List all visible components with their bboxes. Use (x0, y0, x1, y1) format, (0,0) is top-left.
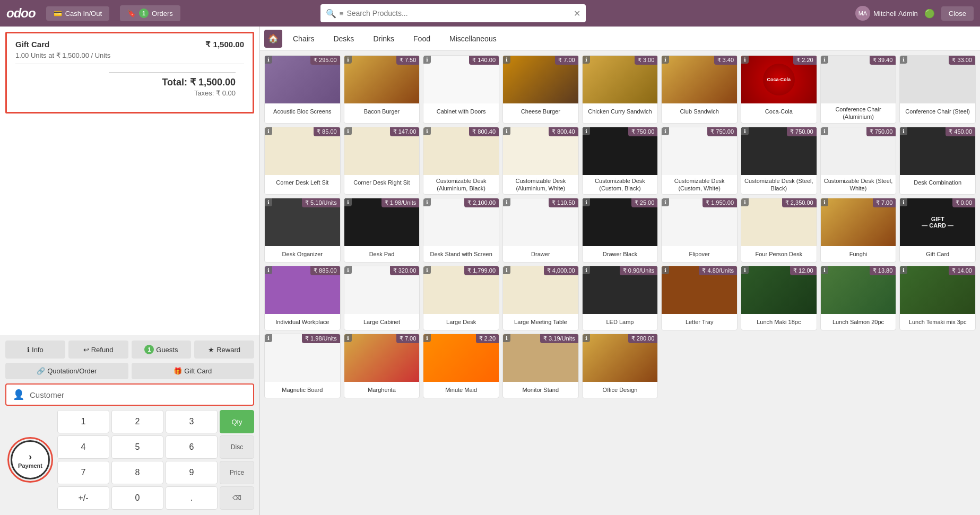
product-info-badge[interactable]: ℹ (741, 198, 749, 206)
numpad-5[interactable]: 5 (111, 435, 163, 459)
product-card[interactable]: ℹ₹ 885.00Individual Workplace (264, 266, 341, 330)
product-card[interactable]: ℹ₹ 7.00Funghi (820, 198, 897, 263)
product-info-badge[interactable]: ℹ (821, 266, 828, 274)
product-card[interactable]: ℹ₹ 25.00Drawer Black (582, 198, 658, 263)
disc-button[interactable]: Disc (220, 435, 254, 459)
product-card[interactable]: ℹ₹ 1,799.00Large Desk (423, 266, 499, 330)
product-info-badge[interactable]: ℹ (344, 334, 352, 342)
numpad-8[interactable]: 8 (111, 461, 163, 484)
clear-search-icon[interactable]: ✕ (574, 8, 580, 19)
qty-button[interactable]: Qty (220, 410, 254, 433)
product-info-badge[interactable]: ℹ (423, 334, 431, 342)
product-card[interactable]: ℹ₹ 3.19/UnitsMonitor Stand (502, 334, 579, 398)
product-info-badge[interactable]: ℹ (583, 56, 590, 64)
product-info-badge[interactable]: ℹ (583, 127, 590, 135)
product-info-badge[interactable]: ℹ (583, 198, 590, 206)
product-card[interactable]: ℹ₹ 3.00Chicken Curry Sandwich (582, 55, 658, 124)
tab-chairs[interactable]: Chairs (284, 31, 323, 46)
product-info-badge[interactable]: ℹ (423, 56, 431, 64)
product-info-badge[interactable]: ℹ (503, 198, 510, 206)
product-card[interactable]: ℹ₹ 14.00Lunch Temaki mix 3pc (899, 266, 976, 330)
info-button[interactable]: ℹ Info (5, 341, 65, 359)
product-info-badge[interactable]: ℹ (741, 266, 749, 274)
product-info-badge[interactable]: ℹ (662, 198, 669, 206)
product-card[interactable]: ℹ₹ 800.40Customizable Desk (Aluminium, W… (502, 127, 579, 195)
product-info-badge[interactable]: ℹ (900, 56, 907, 64)
product-card[interactable]: ℹ₹ 3.40Club Sandwich (661, 55, 738, 124)
product-info-badge[interactable]: ℹ (503, 56, 510, 64)
numpad-3[interactable]: 3 (166, 410, 218, 433)
guests-button[interactable]: 1 Guests (132, 341, 192, 359)
numpad-4[interactable]: 4 (57, 435, 109, 459)
product-card[interactable]: ℹ₹ 2,100.00Desk Stand with Screen (423, 198, 499, 263)
numpad-dot[interactable]: . (166, 486, 218, 510)
product-info-badge[interactable]: ℹ (423, 266, 431, 274)
tab-drinks[interactable]: Drinks (365, 31, 403, 46)
product-info-badge[interactable]: ℹ (503, 334, 510, 342)
product-card[interactable]: ℹ₹ 750.00Customizable Desk (Custom, Blac… (582, 127, 658, 195)
product-card[interactable]: ℹ₹ 7.00Cheese Burger (502, 55, 579, 124)
product-card[interactable]: Coca-Colaℹ₹ 2.20Coca-Cola (741, 55, 817, 124)
product-info-badge[interactable]: ℹ (265, 56, 272, 64)
product-card[interactable]: ℹ₹ 800.40Customizable Desk (Aluminium, B… (423, 127, 499, 195)
numpad-2[interactable]: 2 (111, 410, 163, 433)
product-info-badge[interactable]: ℹ (265, 334, 272, 342)
product-info-badge[interactable]: ℹ (821, 127, 828, 135)
backspace-button[interactable]: ⌫ (220, 486, 254, 510)
product-info-badge[interactable]: ℹ (583, 334, 590, 342)
product-info-badge[interactable]: ℹ (821, 198, 828, 206)
product-card[interactable]: ℹ₹ 750.00Customizable Desk (Steel, White… (820, 127, 897, 195)
product-info-badge[interactable]: ℹ (265, 266, 272, 274)
quotation-button[interactable]: 🔗 Quotation/Order (5, 363, 128, 379)
numpad-7[interactable]: 7 (57, 461, 109, 484)
refund-button[interactable]: ↩ Refund (68, 341, 128, 359)
order-item[interactable]: Gift Card ₹ 1,500.00 1.00 Units at ₹ 1,5… (5, 32, 254, 114)
product-info-badge[interactable]: ℹ (900, 266, 907, 274)
product-info-badge[interactable]: ℹ (503, 266, 510, 274)
tab-desks[interactable]: Desks (325, 31, 362, 46)
product-info-badge[interactable]: ℹ (503, 127, 510, 135)
search-input[interactable] (346, 9, 570, 18)
product-card[interactable]: ℹ₹ 85.00Corner Desk Left Sit (264, 127, 341, 195)
product-info-badge[interactable]: ℹ (662, 56, 669, 64)
tab-miscellaneous[interactable]: Miscellaneous (441, 31, 505, 46)
numpad-0[interactable]: 0 (111, 486, 163, 510)
product-card[interactable]: ℹ₹ 2.20Minute Maid (423, 334, 499, 398)
reward-button[interactable]: ★ Reward (194, 341, 254, 359)
home-tab[interactable]: 🏠 (264, 30, 282, 48)
numpad-1[interactable]: 1 (57, 410, 109, 433)
product-info-badge[interactable]: ℹ (662, 266, 669, 274)
customer-field[interactable]: 👤 Customer (5, 383, 254, 406)
product-card[interactable]: ℹ₹ 2,350.00Four Person Desk (741, 198, 817, 263)
orders-button[interactable]: 🔖 1 Orders (120, 5, 180, 21)
product-card[interactable]: ℹ₹ 5.10/UnitsDesk Organizer (264, 198, 341, 263)
product-card[interactable]: ℹ₹ 4,000.00Large Meeting Table (502, 266, 579, 330)
product-info-badge[interactable]: ℹ (821, 56, 828, 64)
product-info-badge[interactable]: ℹ (741, 127, 749, 135)
product-info-badge[interactable]: ℹ (265, 127, 272, 135)
product-info-badge[interactable]: ℹ (344, 266, 352, 274)
product-card[interactable]: ℹ₹ 39.40Conference Chair (Aluminium) (820, 55, 897, 124)
product-card[interactable]: ℹ₹ 750.00Customizable Desk (Custom, Whit… (661, 127, 738, 195)
product-info-badge[interactable]: ℹ (662, 127, 669, 135)
product-info-badge[interactable]: ℹ (741, 56, 749, 64)
product-card[interactable]: ℹ₹ 4.80/UnitsLetter Tray (661, 266, 738, 330)
product-info-badge[interactable]: ℹ (423, 127, 431, 135)
product-card[interactable]: ℹ₹ 1.98/UnitsMagnetic Board (264, 334, 341, 398)
product-card[interactable]: ℹ₹ 750.00Customizable Desk (Steel, Black… (741, 127, 817, 195)
product-card[interactable]: ℹ₹ 13.80Lunch Salmon 20pc (820, 266, 897, 330)
product-card[interactable]: ℹ₹ 0.90/UnitsLED Lamp (582, 266, 658, 330)
product-card[interactable]: ℹ₹ 7.50Bacon Burger (344, 55, 420, 124)
numpad-6[interactable]: 6 (166, 435, 218, 459)
product-info-badge[interactable]: ℹ (583, 266, 590, 274)
product-info-badge[interactable]: ℹ (344, 198, 352, 206)
product-info-badge[interactable]: ℹ (900, 198, 907, 206)
gift-card-button[interactable]: 🎁 Gift Card (132, 363, 255, 379)
cash-inout-button[interactable]: 💳 Cash In/Out (46, 6, 109, 21)
numpad-9[interactable]: 9 (166, 461, 218, 484)
product-card[interactable]: ℹ₹ 110.50Drawer (502, 198, 579, 263)
product-card[interactable]: ℹ₹ 450.00Desk Combination (899, 127, 976, 195)
product-info-badge[interactable]: ℹ (900, 127, 907, 135)
product-card[interactable]: ℹ₹ 147.00Corner Desk Right Sit (344, 127, 420, 195)
product-card[interactable]: ℹ₹ 1.98/UnitsDesk Pad (344, 198, 420, 263)
